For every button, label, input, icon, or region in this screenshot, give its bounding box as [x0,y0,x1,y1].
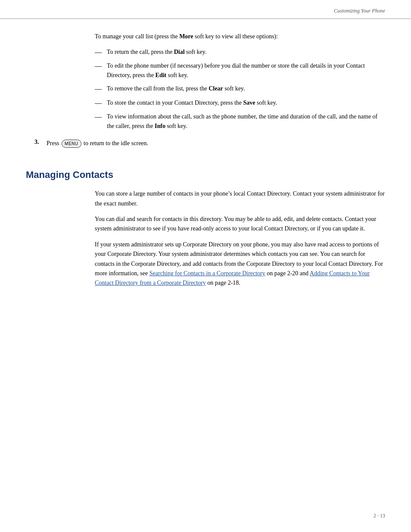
bullet-dash: — [95,47,104,57]
list-item: — To store the contact in your Contact D… [95,98,385,108]
page-header: Customizing Your Phone [0,0,411,19]
edit-bold: Edit [156,72,167,78]
content-area: To manage your call list (press the More… [0,32,411,288]
more-bold: More [179,33,193,40]
bullet-dash: — [95,84,104,93]
page-footer: 2 · 13 [374,513,385,519]
managing-paragraph-2: You can dial and search for contacts in … [95,215,385,234]
step-section: 3. Press MENU to return to the idle scre… [34,139,385,148]
link-searching[interactable]: Searching for Contacts in a Corporate Di… [149,270,265,277]
bullet-text: To edit the phone number (if necessary) … [107,61,385,80]
section-heading: Managing Contacts [26,169,385,180]
bullet-text: To return the call, press the Dial soft … [107,47,385,57]
section-title: Managing Contacts [26,169,385,180]
page-container: Customizing Your Phone To manage your ca… [0,0,411,532]
bullet-text: To remove the call from the list, press … [107,84,385,93]
clear-bold: Clear [209,85,223,92]
info-bold: Info [155,123,165,129]
intro-paragraph: To manage your call list (press the More… [95,32,385,41]
step-text: Press MENU to return to the idle screen. [47,139,148,148]
save-bold: Save [243,100,255,106]
menu-icon: MENU [62,140,81,148]
list-item: — To edit the phone number (if necessary… [95,61,385,80]
step-number: 3. [34,139,43,146]
header-title: Customizing Your Phone [334,8,385,14]
managing-content: You can store a large number of contacts… [95,189,385,288]
bullet-dash: — [95,112,104,121]
dial-bold: Dial [174,49,185,55]
list-item: — To return the call, press the Dial sof… [95,47,385,57]
bullet-text: To view information about the call, such… [107,112,385,131]
page-number: 2 · 13 [374,513,385,519]
list-item: — To remove the call from the list, pres… [95,84,385,93]
managing-paragraph-1: You can store a large number of contacts… [95,189,385,208]
bullet-list: — To return the call, press the Dial sof… [95,47,385,131]
bullet-text: To store the contact in your Contact Dir… [107,98,385,108]
list-item: — To view information about the call, su… [95,112,385,131]
bullet-dash: — [95,98,104,108]
bullet-dash: — [95,61,104,71]
managing-paragraph-3: If your system administrator sets up Cor… [95,240,385,288]
intro-section: To manage your call list (press the More… [95,32,385,148]
